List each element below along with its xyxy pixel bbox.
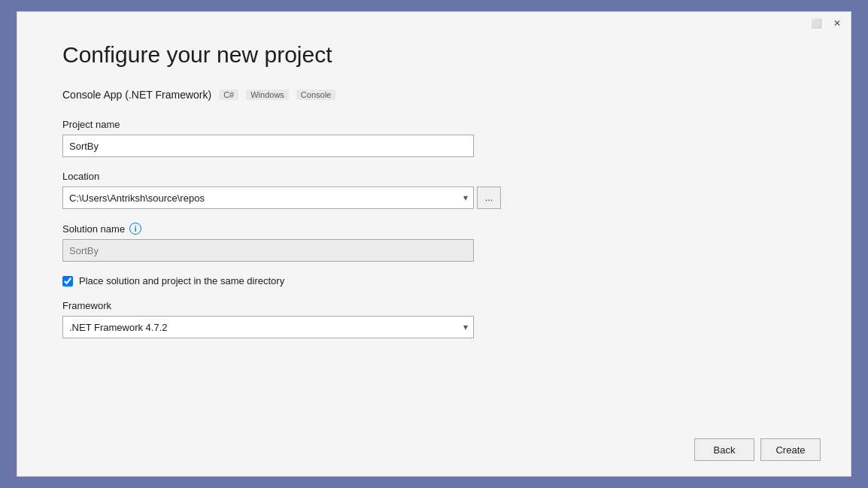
badge-windows: Windows (246, 89, 289, 100)
solution-name-label-row: Solution name i (62, 223, 806, 235)
badge-csharp: C# (219, 89, 238, 100)
location-label: Location (62, 171, 806, 182)
project-name-label: Project name (62, 119, 806, 130)
page-title: Configure your new project (62, 42, 806, 68)
footer: Back Create (694, 438, 821, 461)
back-button[interactable]: Back (694, 438, 754, 461)
framework-select-wrapper: .NET Framework 4.7.2 (62, 316, 474, 338)
solution-name-group: Solution name i (62, 223, 806, 262)
maximize-button[interactable]: ⬜ (806, 14, 827, 32)
project-name-group: Project name (62, 119, 806, 157)
solution-name-input[interactable] (62, 239, 474, 262)
title-bar: ⬜ ✕ (806, 12, 851, 35)
framework-label: Framework (62, 300, 806, 311)
same-directory-label: Place solution and project in the same d… (79, 275, 284, 286)
framework-select[interactable]: .NET Framework 4.7.2 (62, 316, 474, 338)
location-row: C:\Users\Antriksh\source\repos ... (62, 186, 806, 209)
project-name-input[interactable] (62, 135, 474, 157)
badge-console: Console (296, 89, 335, 100)
info-icon[interactable]: i (129, 223, 141, 235)
create-button[interactable]: Create (760, 438, 821, 461)
location-group: Location C:\Users\Antriksh\source\repos … (62, 171, 806, 209)
close-button[interactable]: ✕ (827, 14, 848, 32)
location-select-wrapper: C:\Users\Antriksh\source\repos (62, 186, 474, 209)
solution-name-label: Solution name (62, 223, 125, 235)
checkbox-row: Place solution and project in the same d… (62, 275, 806, 286)
project-type-label: Console App (.NET Framework) (62, 89, 211, 101)
subtitle-row: Console App (.NET Framework) C# Windows … (62, 89, 806, 101)
browse-button[interactable]: ... (477, 186, 501, 209)
location-select[interactable]: C:\Users\Antriksh\source\repos (62, 186, 474, 209)
framework-group: Framework .NET Framework 4.7.2 (62, 300, 806, 338)
dialog-window: ⬜ ✕ Configure your new project Console A… (17, 11, 851, 477)
main-content: Configure your new project Console App (… (17, 12, 851, 382)
same-directory-checkbox[interactable] (62, 276, 73, 286)
